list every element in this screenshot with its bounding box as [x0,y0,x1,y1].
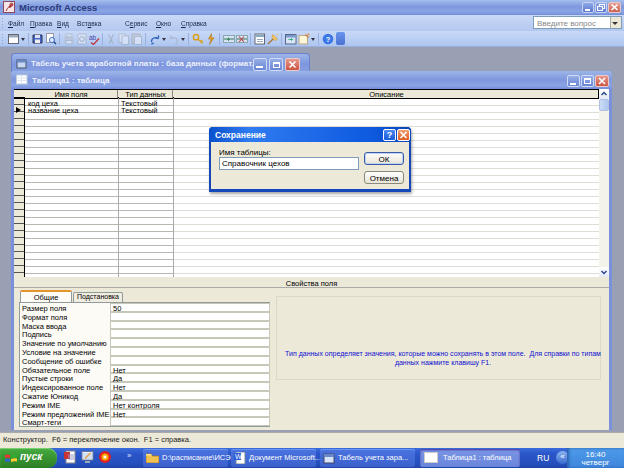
svg-text:W: W [235,453,242,460]
svg-text:?: ? [326,35,331,44]
svg-text:ab: ab [89,34,97,41]
